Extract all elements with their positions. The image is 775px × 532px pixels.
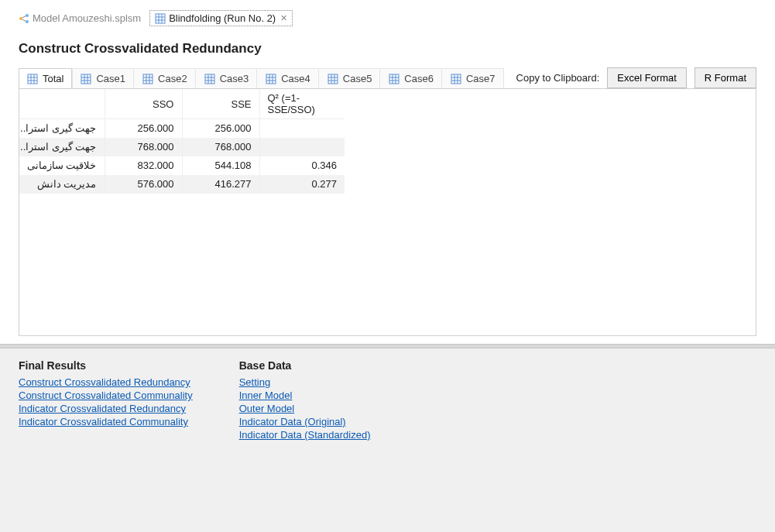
svg-rect-25 — [205, 74, 214, 84]
case-tab-label: Case4 — [281, 73, 310, 84]
model-icon — [19, 13, 29, 24]
case-tab-label: Case3 — [220, 73, 249, 84]
editor-tab-label: Model Amouzeshi.splsm — [33, 12, 141, 24]
case-tab-total[interactable]: Total — [19, 68, 72, 88]
svg-line-4 — [22, 19, 26, 22]
app-window: Model Amouzeshi.splsm Blindfolding (Run … — [0, 0, 775, 532]
excel-format-button[interactable]: Excel Format — [607, 67, 687, 88]
case-tab-label: Case6 — [404, 73, 434, 84]
case-tabs: Total Case1 Case2 Case3 Case4 Case5 — [19, 67, 504, 88]
link-outer-model[interactable]: Outer Model — [239, 403, 371, 414]
link-construct-communality[interactable]: Construct Crossvalidated Communality — [19, 390, 193, 401]
grid-icon — [81, 74, 91, 84]
cell-name: خلاقیت سازمانی — [19, 156, 105, 175]
editor-tab-blindfolding[interactable]: Blindfolding (Run No. 2) ✕ — [150, 11, 292, 26]
svg-rect-5 — [156, 14, 165, 23]
data-table-frame: SSO SSE Q² (=1-SSE/SSO) جهت گیری استرا..… — [19, 88, 756, 336]
case-tab-7[interactable]: Case7 — [442, 68, 504, 88]
cell-sso: 832.000 — [105, 156, 182, 175]
svg-rect-15 — [81, 74, 91, 84]
editor-tab-model[interactable]: Model Amouzeshi.splsm — [14, 11, 146, 26]
cell-name: مدیریت دانش — [19, 175, 105, 194]
case-tab-6[interactable]: Case6 — [380, 68, 442, 88]
base-data-col: Base Data Setting Inner Model Outer Mode… — [239, 359, 371, 521]
final-results-col: Final Results Construct Crossvalidated R… — [19, 359, 193, 521]
editor-tab-label: Blindfolding (Run No. 2) — [169, 12, 276, 24]
cell-name: جهت گیری استرا... — [19, 119, 105, 138]
r-format-button[interactable]: R Format — [694, 67, 756, 88]
cell-sse: 768.000 — [182, 138, 259, 156]
cell-q2: 0.346 — [259, 156, 345, 175]
grid-icon — [27, 74, 38, 84]
toolbar: Total Case1 Case2 Case3 Case4 Case5 — [0, 67, 775, 88]
svg-rect-20 — [143, 74, 153, 84]
col-header-name[interactable] — [19, 89, 105, 119]
grid-icon — [266, 74, 276, 84]
cell-sso: 576.000 — [105, 175, 182, 194]
editor-tabs: Model Amouzeshi.splsm Blindfolding (Run … — [0, 0, 775, 26]
col-header-sso[interactable]: SSO — [105, 89, 182, 119]
table-row[interactable]: جهت گیری استرا... 768.000 768.000 — [19, 138, 345, 156]
cell-sso: 256.000 — [105, 119, 182, 138]
grid-icon — [142, 74, 153, 84]
grid-icon — [155, 13, 166, 24]
cell-sse: 544.108 — [182, 156, 259, 175]
grid-icon — [389, 74, 400, 84]
svg-line-3 — [22, 15, 26, 18]
bottom-panel: Final Results Construct Crossvalidated R… — [0, 348, 775, 532]
case-tab-3[interactable]: Case3 — [196, 68, 258, 88]
table-header-row: SSO SSE Q² (=1-SSE/SSO) — [19, 89, 345, 119]
cell-sso: 768.000 — [105, 138, 182, 156]
case-tab-label: Case7 — [466, 73, 496, 84]
col-header-sse[interactable]: SSE — [182, 89, 259, 119]
case-tab-label: Case5 — [343, 73, 372, 84]
link-indicator-redundancy[interactable]: Indicator Crossvalidated Redundancy — [19, 403, 193, 414]
final-results-links: Construct Crossvalidated Redundancy Cons… — [19, 376, 193, 427]
svg-point-1 — [26, 14, 29, 17]
link-setting[interactable]: Setting — [239, 376, 371, 388]
case-tab-1[interactable]: Case1 — [72, 68, 134, 88]
final-results-title: Final Results — [19, 359, 193, 372]
base-data-title: Base Data — [239, 359, 371, 372]
grid-icon — [204, 74, 215, 84]
table-row[interactable]: خلاقیت سازمانی 832.000 544.108 0.346 — [19, 156, 345, 175]
table-row[interactable]: جهت گیری استرا... 256.000 256.000 — [19, 119, 345, 138]
cell-q2: 0.277 — [259, 175, 345, 194]
cell-sse: 416.277 — [182, 175, 259, 194]
cell-q2 — [259, 119, 345, 138]
link-indicator-communality[interactable]: Indicator Crossvalidated Communality — [19, 416, 193, 427]
case-tab-5[interactable]: Case5 — [319, 68, 381, 88]
page-title: Construct Crossvalidated Redundancy — [0, 26, 775, 67]
cell-name: جهت گیری استرا... — [19, 138, 105, 156]
svg-rect-40 — [389, 74, 399, 84]
cell-q2 — [259, 138, 345, 156]
link-indicator-data-original[interactable]: Indicator Data (Original) — [239, 416, 371, 427]
case-tab-label: Case2 — [158, 73, 187, 84]
grid-icon — [451, 74, 461, 84]
table-row[interactable]: مدیریت دانش 576.000 416.277 0.277 — [19, 175, 345, 194]
svg-point-2 — [26, 20, 29, 23]
case-tab-label: Total — [43, 73, 63, 84]
case-tab-2[interactable]: Case2 — [134, 68, 196, 88]
svg-rect-35 — [328, 74, 338, 84]
svg-rect-45 — [451, 74, 461, 84]
data-table: SSO SSE Q² (=1-SSE/SSO) جهت گیری استرا..… — [19, 89, 345, 194]
cell-sse: 256.000 — [182, 119, 259, 138]
close-icon[interactable]: ✕ — [280, 13, 287, 23]
col-header-q2[interactable]: Q² (=1-SSE/SSO) — [259, 89, 345, 119]
link-inner-model[interactable]: Inner Model — [239, 390, 371, 401]
grid-icon — [327, 74, 338, 84]
svg-rect-30 — [266, 74, 276, 84]
link-indicator-data-standardized[interactable]: Indicator Data (Standardized) — [239, 429, 371, 441]
svg-rect-10 — [28, 74, 37, 84]
clipboard-label: Copy to Clipboard: — [516, 72, 600, 84]
case-tab-4[interactable]: Case4 — [257, 68, 319, 88]
link-construct-redundancy[interactable]: Construct Crossvalidated Redundancy — [19, 376, 193, 388]
base-data-links: Setting Inner Model Outer Model Indicato… — [239, 376, 371, 441]
clipboard-area: Copy to Clipboard: Excel Format R Format — [516, 67, 756, 88]
case-tab-label: Case1 — [96, 73, 125, 84]
